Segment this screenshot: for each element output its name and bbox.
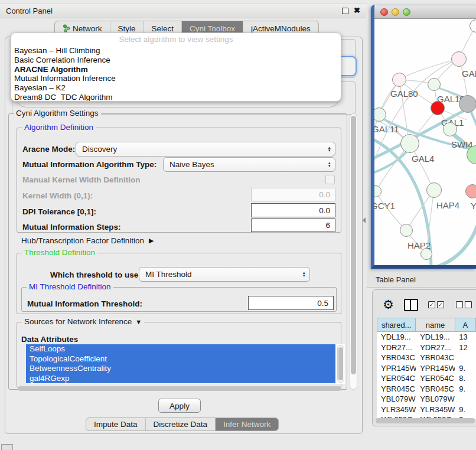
manual-kernel-label: Manual Kernel Width Definition: [22, 175, 140, 184]
table-cell[interactable]: YBR043C: [416, 353, 455, 362]
apply-button[interactable]: Apply: [158, 399, 201, 413]
data-attribute-item[interactable]: BetweennessCentrality: [26, 364, 335, 374]
data-attribute-item[interactable]: TopologicalCoefficient: [26, 354, 335, 364]
settings-gear-icon[interactable]: ⚙: [383, 298, 394, 312]
table-row[interactable]: YBR043CYBR043C: [377, 353, 476, 363]
data-attributes-label: Data Attributes: [21, 335, 78, 344]
data-attribute-item[interactable]: SelfLoops: [26, 344, 335, 354]
hub-definition-expander[interactable]: Hub/Transcription Factor Definition ▶: [21, 236, 154, 245]
network-window[interactable]: GALGAL80GAL10GAL1GAL11SWI4GAL4GCY1HAP4YH…: [371, 5, 476, 269]
node-gal10[interactable]: [428, 78, 441, 91]
control-panel-title: Control Panel: [6, 6, 53, 15]
settings-scrollbar-thumb[interactable]: [351, 116, 356, 374]
mi-threshold-field[interactable]: 0.5: [248, 296, 334, 310]
network-window-titlebar[interactable]: [374, 5, 476, 19]
data-attributes-list[interactable]: SelfLoopsTopologicalCoefficientBetweenne…: [26, 344, 345, 384]
node-bottom-cut[interactable]: [420, 248, 432, 260]
settings-hscrollbar[interactable]: [18, 386, 341, 391]
node-gal7[interactable]: [451, 51, 467, 67]
table-cell[interactable]: YLR345W: [416, 405, 455, 414]
settings-scrollbar[interactable]: [350, 113, 357, 390]
table-cell[interactable]: 9.: [455, 405, 476, 414]
algorithm-list-item[interactable]: Dream8 DC_TDC Algorithm: [11, 93, 341, 102]
table-row[interactable]: YBR045CYBR045C9.: [377, 384, 476, 394]
node-gal11-label: GAL11: [374, 124, 399, 134]
table-cell[interactable]: YDL19...: [377, 332, 416, 341]
table-row[interactable]: YLR345WYLR345W9.: [377, 405, 476, 415]
table-cell[interactable]: YBR045C: [377, 384, 416, 393]
table-cell[interactable]: 13: [455, 332, 476, 341]
attributes-scrollbar[interactable]: [337, 345, 344, 383]
dpi-tolerance-field[interactable]: 0.0: [251, 203, 335, 217]
manual-kernel-checkbox[interactable]: [325, 175, 335, 184]
algorithm-list-item[interactable]: Bayesian – K2: [11, 83, 341, 93]
attributes-scrollbar-thumb[interactable]: [338, 347, 343, 380]
zoom-traffic-light-icon[interactable]: [403, 8, 410, 16]
table-cell[interactable]: YER054C: [377, 374, 416, 383]
tab-infer-network[interactable]: Infer Network: [215, 418, 278, 431]
hub-definition-label: Hub/Transcription Factor Definition: [21, 236, 144, 245]
table-cell[interactable]: YPR145W: [416, 364, 455, 373]
node-salmon[interactable]: [465, 184, 476, 198]
node-gcy1-label: GCY1: [374, 201, 395, 211]
table-row[interactable]: YBL079WYBL079W: [377, 394, 476, 405]
checked-pair-icon[interactable]: ✓✓: [428, 301, 446, 308]
table-cell[interactable]: YBR045C: [416, 384, 455, 393]
split-columns-icon[interactable]: [404, 299, 418, 311]
unchecked-pair-icon[interactable]: [456, 301, 474, 308]
minimized-panel-icon[interactable]: [1, 444, 13, 450]
mi-steps-field[interactable]: 6: [251, 219, 335, 232]
node-swi4[interactable]: [443, 122, 457, 136]
table-cell[interactable]: YDR27...: [416, 343, 455, 352]
sources-group-header[interactable]: Sources for Network Inference ▼: [22, 317, 144, 326]
table-column-header[interactable]: A: [455, 318, 476, 332]
table-cell[interactable]: YDR27...: [377, 343, 416, 352]
table-cell[interactable]: 9.: [455, 364, 476, 373]
close-traffic-light-icon[interactable]: [380, 8, 388, 16]
tab-discretize-data[interactable]: Discretize Data: [145, 418, 216, 431]
minimize-traffic-light-icon[interactable]: [392, 8, 399, 16]
float-window-icon[interactable]: [342, 8, 348, 14]
node-hap2[interactable]: [400, 224, 413, 237]
table-row[interactable]: YDL19...YDL19...13: [377, 332, 476, 343]
network-canvas[interactable]: GALGAL80GAL10GAL1GAL11SWI4GAL4GCY1HAP4YH…: [374, 19, 476, 265]
splitpane-collapse-icon[interactable]: [361, 216, 367, 224]
table-column-header[interactable]: name: [416, 318, 455, 332]
table-cell[interactable]: YLR345W: [377, 405, 416, 414]
node-gal1[interactable]: [431, 101, 445, 115]
table-row[interactable]: YDR27...YDR27...12: [377, 343, 476, 353]
table-cell[interactable]: YDL19...: [416, 332, 455, 341]
table-row[interactable]: YER054CYER054C8.: [377, 373, 476, 384]
table-cell[interactable]: YBR043C: [377, 353, 416, 362]
node-hap4-label: HAP4: [436, 200, 459, 210]
algorithm-list-item[interactable]: Mutual Information Inference: [11, 74, 341, 83]
mi-type-select[interactable]: Naive Bayes ▲▼: [163, 157, 335, 172]
node-hap4[interactable]: [426, 182, 442, 198]
algorithm-list-item[interactable]: ARACNE Algorithm: [11, 65, 341, 74]
node-gal80[interactable]: [392, 73, 406, 87]
table-row[interactable]: YPR145WYPR145W9.: [377, 363, 476, 374]
table-cell[interactable]: YBL079W: [377, 394, 416, 403]
table-cell[interactable]: YBL079W: [416, 394, 455, 403]
table-cell[interactable]: 12: [455, 343, 476, 352]
aracne-mode-select[interactable]: Discovery ▲▼: [76, 142, 335, 156]
data-attribute-item[interactable]: gal4RGexp: [26, 374, 335, 384]
mi-threshold-label: Mutual Information Threshold:: [27, 299, 142, 308]
algorithm-list-item[interactable]: Bayesian – Hill Climbing: [11, 46, 341, 56]
table-cell[interactable]: YER054C: [416, 374, 455, 383]
close-icon[interactable]: ✖: [354, 8, 360, 14]
table-hscrollbar[interactable]: [376, 418, 475, 423]
algorithm-list-item[interactable]: Basic Correlation Inference: [11, 56, 341, 65]
tab-impute-data[interactable]: Impute Data: [86, 418, 145, 431]
table-cell[interactable]: 8.: [455, 374, 476, 383]
which-threshold-label: Which threshold to use:: [50, 270, 141, 279]
node-gray[interactable]: [459, 95, 476, 113]
table-cell[interactable]: YPR145W: [377, 364, 416, 373]
algorithm-dropdown-popup: Select algorithm to view settings Bayesi…: [11, 32, 341, 102]
kernel-width-field[interactable]: 0.0: [251, 188, 335, 201]
table-cell[interactable]: 9.: [455, 384, 476, 393]
network-icon: [63, 24, 70, 32]
which-threshold-select[interactable]: MI Threshold ▲▼: [139, 267, 310, 282]
node-gal4[interactable]: [400, 134, 419, 153]
table-column-header[interactable]: shared...: [377, 318, 416, 332]
